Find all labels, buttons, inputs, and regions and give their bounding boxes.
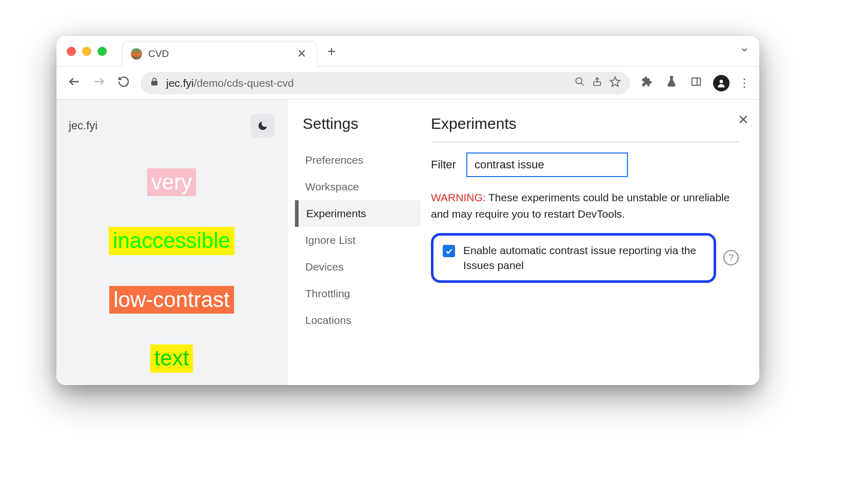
svg-point-8 xyxy=(720,80,723,83)
experiment-label: Enable automatic contrast issue reportin… xyxy=(463,243,704,273)
lock-icon[interactable] xyxy=(150,77,159,89)
nav-workspace[interactable]: Workspace xyxy=(295,174,421,200)
titlebar: CVD ✕ + xyxy=(56,36,759,67)
side-panel-icon[interactable] xyxy=(688,76,704,90)
dark-mode-toggle[interactable] xyxy=(251,114,274,138)
svg-rect-6 xyxy=(692,78,701,85)
labs-icon[interactable] xyxy=(664,76,679,90)
extensions-icon[interactable] xyxy=(639,76,655,90)
svg-line-3 xyxy=(581,83,584,86)
content-area: jec.fyi very inaccessible low-contrast t… xyxy=(56,100,759,385)
page-viewport: jec.fyi very inaccessible low-contrast t… xyxy=(56,100,287,385)
bookmark-star-icon[interactable] xyxy=(609,76,621,90)
browser-tab[interactable]: CVD ✕ xyxy=(122,41,317,67)
devtools-settings-panel: ✕ Settings Preferences Workspace Experim… xyxy=(287,100,759,385)
profile-avatar[interactable] xyxy=(713,75,729,91)
warning-text: WARNING: These experiments could be unst… xyxy=(431,189,739,222)
nav-experiments[interactable]: Experiments xyxy=(295,200,421,227)
nav-preferences[interactable]: Preferences xyxy=(295,147,421,174)
close-settings-icon[interactable]: ✕ xyxy=(738,112,749,128)
demo-word-4: text xyxy=(150,344,193,372)
demo-words: very inaccessible low-contrast text xyxy=(109,168,234,373)
experiment-checkbox[interactable] xyxy=(443,245,455,257)
page-header: jec.fyi xyxy=(69,114,274,138)
address-bar[interactable]: jec.fyi/demo/cds-quest-cvd xyxy=(141,72,630,94)
tab-title: CVD xyxy=(148,48,291,60)
settings-sidebar: Settings Preferences Workspace Experimen… xyxy=(287,100,421,385)
minimize-window-button[interactable] xyxy=(82,47,91,56)
nav-ignore-list[interactable]: Ignore List xyxy=(295,227,421,254)
demo-word-1: very xyxy=(147,168,196,196)
new-tab-button[interactable]: + xyxy=(327,43,336,60)
settings-nav: Preferences Workspace Experiments Ignore… xyxy=(303,147,421,334)
demo-word-2: inaccessible xyxy=(109,227,234,255)
experiment-item-contrast[interactable]: Enable automatic contrast issue reportin… xyxy=(431,233,716,283)
nav-devices[interactable]: Devices xyxy=(295,254,421,280)
settings-heading: Settings xyxy=(303,115,421,132)
help-icon[interactable]: ? xyxy=(723,250,739,265)
share-icon[interactable] xyxy=(592,76,602,89)
filter-input[interactable] xyxy=(466,152,628,177)
favicon-icon xyxy=(131,48,142,60)
close-window-button[interactable] xyxy=(67,47,76,56)
warning-prefix: WARNING: xyxy=(431,191,486,203)
demo-word-3: low-contrast xyxy=(109,286,233,314)
zoom-icon[interactable] xyxy=(575,76,585,89)
tab-list-chevron-icon[interactable] xyxy=(740,45,749,57)
settings-main: Experiments Filter WARNING: These experi… xyxy=(421,100,759,385)
back-button[interactable] xyxy=(67,75,82,91)
nav-throttling[interactable]: Throttling xyxy=(295,280,421,307)
svg-marker-5 xyxy=(610,77,620,86)
url-text: jec.fyi/demo/cds-quest-cvd xyxy=(166,77,567,89)
filter-row: Filter xyxy=(431,152,739,177)
forward-button[interactable] xyxy=(91,75,107,91)
maximize-window-button[interactable] xyxy=(97,47,107,56)
site-title: jec.fyi xyxy=(69,119,97,132)
browser-window: CVD ✕ + jec.fyi/demo/cds-quest-cvd xyxy=(56,36,759,385)
svg-point-2 xyxy=(576,78,582,84)
filter-label: Filter xyxy=(431,158,456,171)
experiment-row: Enable automatic contrast issue reportin… xyxy=(431,233,739,283)
reload-button[interactable] xyxy=(116,75,131,91)
nav-locations[interactable]: Locations xyxy=(295,307,421,334)
chrome-menu-icon[interactable]: ⋮ xyxy=(739,76,749,90)
close-tab-icon[interactable]: ✕ xyxy=(297,47,306,61)
check-icon xyxy=(445,247,453,255)
moon-icon xyxy=(257,120,268,131)
toolbar: jec.fyi/demo/cds-quest-cvd ⋮ xyxy=(56,67,759,100)
window-controls xyxy=(67,47,107,56)
experiments-heading: Experiments xyxy=(431,115,739,142)
